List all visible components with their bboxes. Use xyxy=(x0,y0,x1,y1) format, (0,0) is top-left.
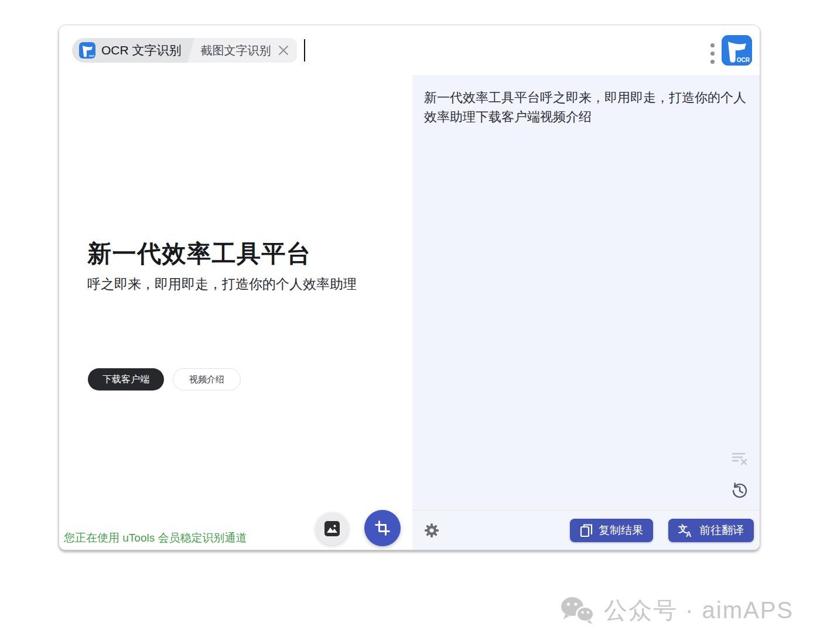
history-icon[interactable] xyxy=(730,481,749,500)
preview-video-button: 视频介绍 xyxy=(173,368,241,390)
translate-icon: 文 A xyxy=(678,523,693,537)
utools-ocr-app-icon[interactable]: OCR xyxy=(722,35,752,66)
more-menu-icon[interactable] xyxy=(708,41,717,66)
settings-gear-icon[interactable] xyxy=(424,523,439,538)
copy-result-label: 复制结果 xyxy=(599,523,643,538)
ocr-plugin-window: ocr OCR 文字识别 截图文字识别 OCR xyxy=(59,25,760,550)
source-image-preview: 新一代效率工具平台 呼之即来，即用即走，打造你的个人效率助理 下载客户端 视频介… xyxy=(59,75,412,550)
copy-icon xyxy=(580,523,593,537)
close-icon[interactable] xyxy=(277,44,290,57)
ocr-result-text[interactable]: 新一代效率工具平台呼之即来，即用即走，打造你的个人效率助理下载客户端视频介绍 xyxy=(424,88,751,126)
tab-primary-label: OCR 文字识别 xyxy=(101,42,182,59)
go-translate-label: 前往翻译 xyxy=(699,523,744,538)
result-buttons: 复制结果 文 A 前往翻译 xyxy=(570,519,754,542)
screenshot-crop-button[interactable] xyxy=(364,510,401,546)
watermark-text: 公众号 · aimAPS xyxy=(604,594,794,626)
pick-image-button[interactable] xyxy=(316,512,348,545)
translate-glyph-sub: A xyxy=(686,530,692,537)
preview-buttons-row: 下载客户端 视频介绍 xyxy=(88,368,241,390)
app-badge-text: OCR xyxy=(737,57,750,63)
header-bar: ocr OCR 文字识别 截图文字识别 OCR xyxy=(59,25,760,75)
tab-bar: ocr OCR 文字识别 截图文字识别 xyxy=(72,38,305,63)
wechat-icon xyxy=(559,595,596,626)
watermark: 公众号 · aimAPS xyxy=(559,594,794,626)
tab-screenshot-ocr[interactable]: 截图文字识别 xyxy=(195,38,297,63)
go-translate-button[interactable]: 文 A 前往翻译 xyxy=(668,519,754,542)
preview-heading: 新一代效率工具平台 xyxy=(87,238,312,270)
tab-badge-text: ocr xyxy=(89,54,95,57)
utools-ocr-icon: ocr xyxy=(79,42,95,59)
recognition-channel-status: 您正在使用 uTools 会员稳定识别通道 xyxy=(64,530,247,546)
result-action-bar: 复制结果 文 A 前往翻译 xyxy=(412,510,760,550)
page: ocr OCR 文字识别 截图文字识别 OCR xyxy=(0,0,820,644)
tab-ocr-plugin[interactable]: ocr OCR 文字识别 xyxy=(72,38,186,63)
preview-download-button: 下载客户端 xyxy=(88,368,164,390)
crop-icon xyxy=(374,519,391,537)
text-caret xyxy=(304,39,305,61)
image-icon xyxy=(324,520,340,537)
tab-secondary-label: 截图文字识别 xyxy=(201,43,271,59)
preview-subtitle: 呼之即来，即用即走，打造你的个人效率助理 xyxy=(87,275,357,293)
copy-result-button[interactable]: 复制结果 xyxy=(570,519,653,542)
clear-text-icon[interactable] xyxy=(730,450,748,467)
ocr-result-panel: 新一代效率工具平台呼之即来，即用即走，打造你的个人效率助理下载客户端视频介绍 xyxy=(412,75,760,550)
